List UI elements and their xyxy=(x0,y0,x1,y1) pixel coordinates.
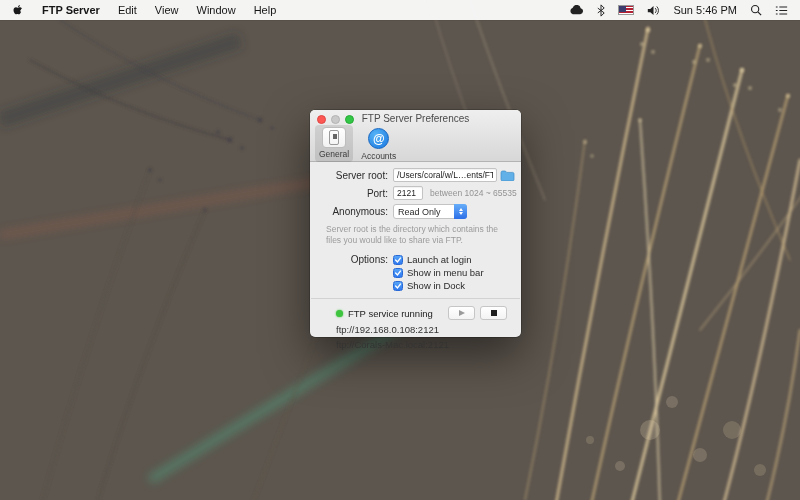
options-block: Options: Launch at login Show in menu ba… xyxy=(310,254,521,291)
bluetooth-menu-extra[interactable] xyxy=(597,4,605,17)
choose-folder-button[interactable] xyxy=(500,169,515,182)
show-in-menu-bar-label: Show in menu bar xyxy=(407,267,484,278)
menu-item-app-name[interactable]: FTP Server xyxy=(42,4,100,16)
stop-icon xyxy=(491,310,497,316)
option-row-dock: Show in Dock xyxy=(324,280,507,291)
accounts-at-icon: @ xyxy=(368,128,389,149)
server-root-row: Server root: xyxy=(324,168,507,182)
notification-center-icon xyxy=(775,5,788,16)
tab-accounts[interactable]: @ Accounts xyxy=(357,125,400,162)
window-title: FTP Server Preferences xyxy=(310,113,521,124)
popup-stepper-icon xyxy=(454,204,467,219)
show-in-dock-checkbox[interactable] xyxy=(393,281,403,291)
spotlight-menu-extra[interactable] xyxy=(750,4,762,16)
volume-icon xyxy=(647,5,660,16)
cloud-menu-extra[interactable] xyxy=(569,5,584,15)
anonymous-selected-value: Read Only xyxy=(398,207,441,217)
general-icon xyxy=(322,127,346,148)
menu-bar: FTP Server Edit View Window Help xyxy=(0,0,800,20)
tab-general[interactable]: General xyxy=(315,125,353,162)
tab-general-label: General xyxy=(319,149,349,159)
service-status-text: FTP service running xyxy=(348,308,433,319)
port-row: Port: between 1024 ~ 65535 xyxy=(324,186,507,200)
input-source-menu-extra[interactable] xyxy=(618,5,634,15)
apple-icon xyxy=(12,3,24,17)
option-row-menubar: Show in menu bar xyxy=(324,267,507,278)
service-status-row: FTP service running xyxy=(336,306,507,320)
divider xyxy=(311,298,520,299)
options-label: Options: xyxy=(324,254,388,265)
check-icon xyxy=(394,269,402,277)
show-in-dock-label: Show in Dock xyxy=(407,280,465,291)
menu-item-window[interactable]: Window xyxy=(197,4,236,16)
us-flag-icon xyxy=(618,5,634,15)
anonymous-label: Anonymous: xyxy=(324,206,388,217)
menu-item-help[interactable]: Help xyxy=(254,4,277,16)
ftp-ip-url: ftp://192.168.0.108:2121 xyxy=(336,324,507,335)
notification-center-menu-extra[interactable] xyxy=(775,5,788,16)
ftp-local-url: ftp://Corals-Mac.local:2121 xyxy=(336,339,507,350)
launch-at-login-checkbox[interactable] xyxy=(393,255,403,265)
server-root-help-text: Server root is the directory which conta… xyxy=(326,224,505,245)
status-green-dot-icon xyxy=(336,310,343,317)
ftp-preferences-window: FTP Server Preferences General @ Account… xyxy=(310,110,521,337)
folder-icon xyxy=(500,169,515,181)
port-label: Port: xyxy=(324,188,388,199)
check-icon xyxy=(394,256,402,264)
window-header: FTP Server Preferences General @ Account… xyxy=(310,110,521,162)
port-range-hint: between 1024 ~ 65535 xyxy=(430,188,517,198)
tab-accounts-label: Accounts xyxy=(361,151,396,161)
general-pane: Server root: Port: between 1024 ~ 65535 … xyxy=(310,162,521,350)
spotlight-icon xyxy=(750,4,762,16)
volume-menu-extra[interactable] xyxy=(647,5,660,16)
start-service-button[interactable] xyxy=(448,306,475,320)
check-icon xyxy=(394,282,402,290)
anonymous-row: Anonymous: Read Only xyxy=(324,204,507,219)
apple-menu[interactable] xyxy=(12,3,24,17)
cloud-icon xyxy=(569,5,584,15)
option-row-launch: Options: Launch at login xyxy=(324,254,507,265)
play-icon xyxy=(459,310,465,316)
show-in-menu-bar-checkbox[interactable] xyxy=(393,268,403,278)
preferences-toolbar: General @ Accounts xyxy=(315,125,400,162)
bluetooth-icon xyxy=(597,4,605,17)
launch-at-login-label: Launch at login xyxy=(407,254,471,265)
desktop: FTP Server Edit View Window Help xyxy=(0,0,800,500)
anonymous-popup[interactable]: Read Only xyxy=(393,204,467,219)
server-root-label: Server root: xyxy=(324,170,388,181)
menu-item-view[interactable]: View xyxy=(155,4,179,16)
port-input[interactable] xyxy=(393,186,423,200)
stop-service-button[interactable] xyxy=(480,306,507,320)
menu-item-edit[interactable]: Edit xyxy=(118,4,137,16)
server-root-input[interactable] xyxy=(393,168,497,182)
menu-bar-clock[interactable]: Sun 5:46 PM xyxy=(673,4,737,16)
